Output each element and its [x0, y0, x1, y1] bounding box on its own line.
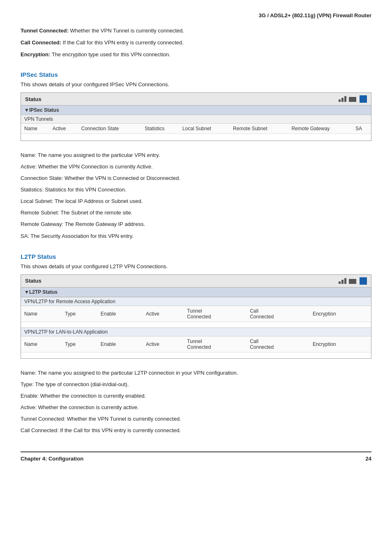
l2tp-router-icon: [339, 278, 356, 284]
header-title: 3G / ADSL2+ (802.11g) (VPN) Firewall Rou…: [259, 12, 371, 18]
l2tp-signal-bar-1: [339, 281, 341, 284]
intro-text-call: If the Call for this VPN entry is curren…: [63, 39, 184, 46]
intro-desc-encryption: Encryption: The encryption type used for…: [21, 51, 371, 59]
l2tp-desc-call: Call Connected: If the Call for this VPN…: [21, 426, 371, 435]
intro-desc-tunnel: Tunnel Connected: Whether the VPN Tunnel…: [21, 27, 371, 35]
l2tp-lan-col-type: Type: [62, 336, 97, 352]
l2tp-remote-subsection: VPN/L2TP for Remote Access Application: [21, 297, 371, 306]
signal-bar-3: [344, 96, 346, 102]
ipsec-col-localsubnet: Local Subnet: [179, 124, 230, 134]
signal-bar-1: [339, 99, 341, 102]
ipsec-desc-remotesubnet: Remote Subnet: The Subnet of the remote …: [21, 208, 371, 217]
l2tp-remote-empty-row: [21, 322, 371, 327]
l2tp-box-title: Status: [25, 278, 42, 284]
l2tp-remote-col-type: Type: [62, 306, 97, 322]
l2tp-blue-square-icon: [360, 277, 367, 285]
ipsec-status-box: Status ▼IPSec Status VPN Tunnels Name Ac…: [21, 92, 371, 141]
footer-chapter: Chapter 4: Configuration: [21, 456, 83, 462]
ipsec-col-sa: SA: [352, 124, 371, 134]
l2tp-lan-col-encryption: Encryption: [309, 336, 371, 352]
l2tp-remote-col-encryption: Encryption: [309, 306, 371, 322]
ipsec-vpn-tunnels: VPN Tunnels: [21, 115, 371, 124]
ipsec-descriptions: Name: The name you assigned to the parti…: [21, 151, 371, 241]
ipsec-desc-localsubnet: Local Subnet: The local IP Address or Su…: [21, 197, 371, 206]
l2tp-desc-tunnel: Tunnel Connected: Whether the VPN Tunnel…: [21, 415, 371, 424]
l2tp-signal-bar-2: [341, 280, 344, 284]
l2tp-lan-col-active: Active: [143, 336, 184, 352]
l2tp-descriptions: Name: The name you assigned to the parti…: [21, 368, 371, 435]
ipsec-col-active: Active: [49, 124, 78, 134]
l2tp-lan-empty-row: [21, 352, 371, 358]
l2tp-status-label: ▼L2TP Status: [21, 288, 371, 297]
ipsec-intro: This shows details of your configured IP…: [21, 81, 371, 88]
intro-text-encryption: The encryption type used for this VPN co…: [52, 51, 171, 58]
ipsec-table: Name Active Connection State Statistics …: [21, 124, 371, 140]
l2tp-lan-col-enable: Enable: [97, 336, 143, 352]
l2tp-desc-active: Active: Whether the connection is curren…: [21, 403, 371, 412]
l2tp-lan-subsection: VPN/L2TP for LAN-to-LAN Application: [21, 327, 371, 336]
ipsec-status-label: ▼IPSec Status: [21, 106, 371, 115]
footer-page: 24: [366, 456, 371, 462]
l2tp-lan-col-call: CallConnected: [247, 336, 309, 352]
ipsec-desc-name: Name: The name you assigned to the parti…: [21, 151, 371, 160]
ipsec-table-header-row: Name Active Connection State Statistics …: [21, 124, 371, 134]
ipsec-header-icons: [339, 95, 367, 103]
ipsec-desc-stats: Statistics: Statistics for this VPN Conn…: [21, 185, 371, 194]
page-header: 3G / ADSL2+ (802.11g) (VPN) Firewall Rou…: [21, 12, 371, 18]
l2tp-desc-type: Type: The type of connection (dial-in/di…: [21, 380, 371, 389]
l2tp-remote-header-row: Name Type Enable Active TunnelConnected …: [21, 306, 371, 322]
l2tp-intro: This shows details of your configured L2…: [21, 263, 371, 269]
l2tp-lan-col-name: Name: [21, 336, 62, 352]
intro-text-tunnel: Whether the VPN Tunnel is currently conn…: [70, 28, 184, 34]
l2tp-lan-header-row: Name Type Enable Active TunnelConnected …: [21, 336, 371, 352]
ipsec-col-stats: Statistics: [141, 124, 179, 134]
ipsec-box-header: Status: [21, 93, 371, 106]
ipsec-box-title: Status: [25, 96, 42, 102]
signal-bar-2: [341, 98, 344, 102]
intro-label-call: Call Connected:: [21, 39, 61, 46]
l2tp-lan-table: Name Type Enable Active TunnelConnected …: [21, 336, 371, 358]
ipsec-col-name: Name: [21, 124, 49, 134]
l2tp-remote-col-active: Active: [143, 306, 184, 322]
ipsec-col-remotesubnet: Remote Subnet: [230, 124, 288, 134]
router-icon: [339, 96, 356, 102]
ipsec-desc-sa: SA: The Security Association for this VP…: [21, 232, 371, 241]
ipsec-empty-row: [21, 134, 371, 140]
l2tp-header-icons: [339, 277, 367, 285]
intro-label-encryption: Encryption:: [21, 51, 50, 58]
l2tp-desc-name: Name: The name you assigned to the parti…: [21, 368, 371, 378]
ipsec-col-remotegateway: Remote Gateway: [288, 124, 352, 134]
ipsec-col-connstate: Connection State: [78, 124, 141, 134]
l2tp-remote-col-name: Name: [21, 306, 62, 322]
l2tp-remote-table: Name Type Enable Active TunnelConnected …: [21, 306, 371, 328]
intro-desc-call: Call Connected: If the Call for this VPN…: [21, 39, 371, 47]
ipsec-desc-connstate: Connection State: Whether the VPN is Con…: [21, 174, 371, 183]
l2tp-remote-col-tunnel: TunnelConnected: [184, 306, 247, 322]
blue-square-icon: [360, 95, 367, 103]
ipsec-desc-remotegateway: Remote Gateway: The Remote Gateway IP ad…: [21, 220, 371, 229]
l2tp-lan-col-tunnel: TunnelConnected: [184, 336, 247, 352]
l2tp-remote-col-call: CallConnected: [247, 306, 309, 322]
l2tp-status-box: Status ▼L2TP Status VPN/L2TP for Remote …: [21, 274, 371, 359]
intro-label-tunnel: Tunnel Connected:: [21, 28, 69, 34]
ipsec-desc-active: Active: Whether the VPN Connection is cu…: [21, 162, 371, 171]
l2tp-desc-enable: Enable: Whether the connection is curren…: [21, 391, 371, 401]
l2tp-signal-bar-3: [344, 278, 346, 284]
intro-descriptions: Tunnel Connected: Whether the VPN Tunnel…: [21, 27, 371, 59]
l2tp-router-box-icon: [349, 279, 356, 284]
l2tp-remote-col-enable: Enable: [97, 306, 143, 322]
l2tp-box-header: Status: [21, 275, 371, 288]
l2tp-section-title: L2TP Status: [21, 253, 371, 260]
router-box-icon: [349, 97, 356, 102]
ipsec-section-title: IPSec Status: [21, 71, 371, 78]
page-footer: Chapter 4: Configuration 24: [21, 451, 371, 462]
